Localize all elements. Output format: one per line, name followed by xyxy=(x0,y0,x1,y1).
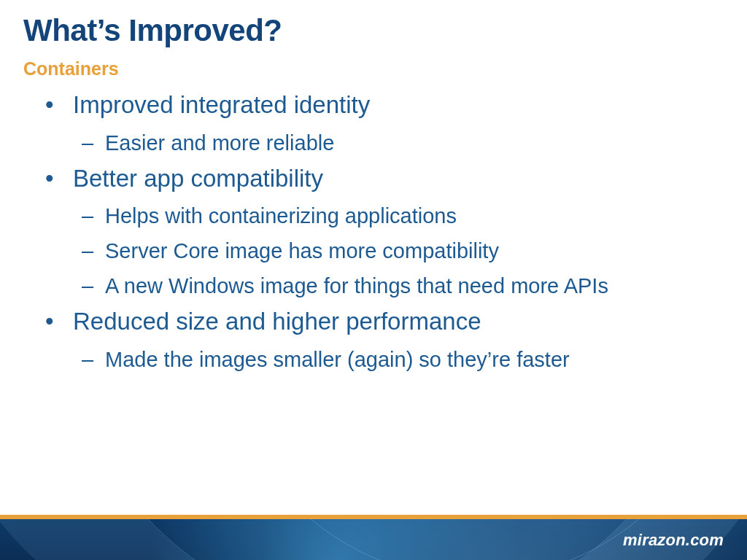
sub-bullet-item: A new Windows image for things that need… xyxy=(73,271,712,301)
footer: mirazon.com xyxy=(0,515,747,560)
slide-subtitle: Containers xyxy=(23,58,119,79)
slide-title: What’s Improved? xyxy=(23,13,282,48)
slide: What’s Improved? Containers Improved int… xyxy=(0,0,747,560)
sub-bullet-item: Helps with containerizing applications xyxy=(73,201,712,231)
bullet-text: Improved integrated identity xyxy=(73,91,370,118)
bullet-item: Reduced size and higher performance Made… xyxy=(35,306,712,375)
sub-bullet-item: Server Core image has more compatibility xyxy=(73,236,712,266)
sub-bullet-list: Made the images smaller (again) so they’… xyxy=(73,344,712,375)
slide-content: Improved integrated identity Easier and … xyxy=(35,89,712,379)
sub-bullet-list: Easier and more reliable xyxy=(73,128,712,158)
sub-bullet-item: Easier and more reliable xyxy=(73,128,712,158)
sub-bullet-item: Made the images smaller (again) so they’… xyxy=(73,344,712,375)
bullet-item: Improved integrated identity Easier and … xyxy=(35,89,712,158)
bullet-text: Better app compatibility xyxy=(73,165,323,192)
footer-url: mirazon.com xyxy=(623,531,724,550)
bullet-item: Better app compatibility Helps with cont… xyxy=(35,163,712,302)
bullet-list: Improved integrated identity Easier and … xyxy=(35,89,712,375)
bullet-text: Reduced size and higher performance xyxy=(73,308,481,335)
sub-bullet-list: Helps with containerizing applications S… xyxy=(73,201,712,301)
